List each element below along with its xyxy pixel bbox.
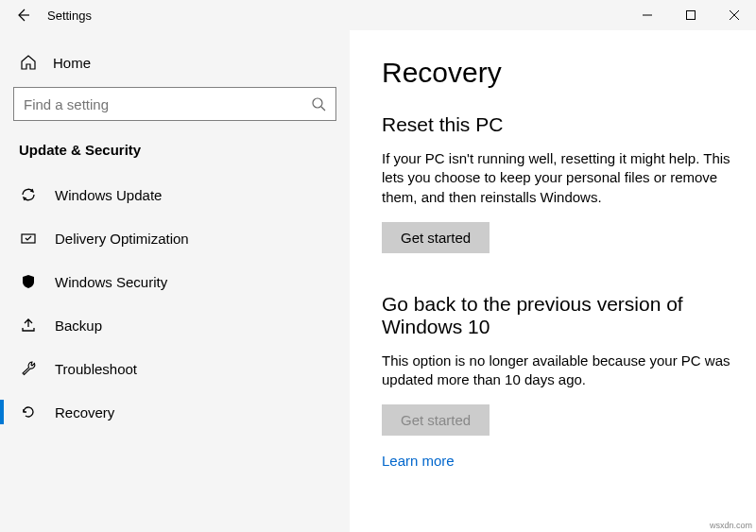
page-title: Recovery [382, 57, 733, 89]
window-controls [626, 0, 756, 30]
category-header: Update & Security [11, 142, 338, 173]
home-icon [19, 53, 38, 72]
sidebar-item-troubleshoot[interactable]: Troubleshoot [0, 347, 350, 390]
sidebar-item-windows-security[interactable]: Windows Security [0, 260, 350, 303]
sidebar-item-windows-update[interactable]: Windows Update [0, 173, 350, 216]
maximize-icon [686, 10, 696, 20]
wrench-icon [19, 359, 38, 378]
sidebar-item-backup[interactable]: Backup [0, 303, 350, 347]
delivery-icon [19, 229, 38, 248]
shield-icon [19, 272, 38, 291]
svg-point-1 [313, 98, 322, 108]
go-back-body: This option is no longer available becau… [382, 352, 733, 390]
back-button[interactable] [13, 6, 32, 25]
maximize-button[interactable] [669, 0, 713, 30]
app-title: Settings [47, 9, 92, 23]
sidebar-item-label: Delivery Optimization [55, 231, 189, 247]
reset-pc-body: If your PC isn't running well, resetting… [382, 149, 733, 207]
search-icon [311, 96, 326, 112]
close-icon [730, 10, 739, 20]
home-label: Home [53, 55, 91, 71]
backup-icon [19, 316, 38, 335]
sidebar-item-delivery-optimization[interactable]: Delivery Optimization [0, 216, 350, 260]
sidebar-item-label: Recovery [55, 404, 114, 420]
content-area: Recovery Reset this PC If your PC isn't … [350, 30, 756, 532]
sidebar-item-label: Troubleshoot [55, 361, 137, 377]
minimize-button[interactable] [626, 0, 669, 30]
reset-pc-section: Reset this PC If your PC isn't running w… [382, 113, 733, 253]
svg-rect-0 [687, 11, 696, 20]
titlebar: Settings [0, 0, 756, 30]
go-back-title: Go back to the previous version of Windo… [382, 293, 733, 338]
attribution-text: wsxdn.com [710, 521, 752, 530]
sidebar-item-label: Windows Security [55, 274, 167, 290]
search-input[interactable] [24, 96, 311, 112]
sidebar: Home Update & Security Windows Update De… [0, 30, 350, 532]
back-arrow-icon [15, 8, 30, 23]
learn-more-link[interactable]: Learn more [382, 453, 455, 469]
nav-list: Windows Update Delivery Optimization Win… [0, 173, 350, 434]
minimize-icon [643, 10, 652, 20]
sidebar-item-label: Backup [55, 317, 102, 334]
search-box[interactable] [13, 87, 336, 121]
go-back-section: Go back to the previous version of Windo… [382, 293, 733, 437]
reset-get-started-button[interactable]: Get started [382, 222, 490, 253]
close-button[interactable] [713, 0, 756, 30]
sidebar-item-recovery[interactable]: Recovery [0, 390, 350, 434]
home-nav[interactable]: Home [11, 45, 338, 87]
recovery-icon [19, 403, 38, 421]
go-back-get-started-button: Get started [382, 404, 490, 436]
sidebar-item-label: Windows Update [55, 187, 162, 203]
sync-icon [19, 185, 38, 204]
reset-pc-title: Reset this PC [382, 113, 733, 136]
